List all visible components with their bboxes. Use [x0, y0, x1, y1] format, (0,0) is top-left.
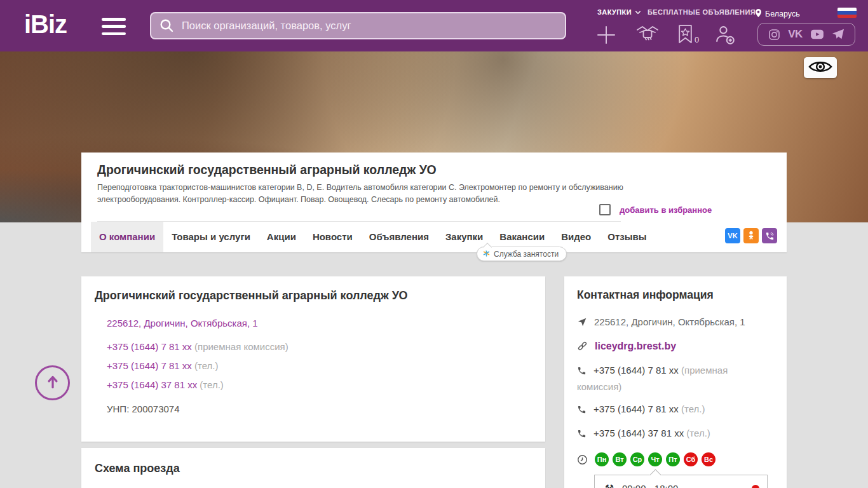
vk-icon[interactable]: VK [725, 228, 740, 243]
tab-news[interactable]: Новости [304, 222, 361, 252]
phone-note: (тел.) [200, 379, 223, 390]
company-title: Дрогичинский государственный аграрный ко… [97, 163, 437, 177]
company-info-card: Дрогичинский государственный аграрный ко… [81, 276, 545, 442]
contact-phone-number[interactable]: +375 (1644) 37 81 xx [593, 428, 684, 438]
day-friday[interactable]: Пт [666, 452, 680, 466]
company-tabs: О компании Товары и услуги Акции Новости… [91, 222, 655, 252]
company-social-buttons: VK [725, 228, 777, 243]
tab-about[interactable]: О компании [91, 222, 163, 252]
employment-service-badge: Служба занятости [477, 247, 567, 261]
phone-icon [577, 365, 587, 379]
language-flag-russia[interactable] [837, 8, 857, 18]
contact-phone-row: +375 (1644) 37 81 xx (тел.) [577, 426, 774, 442]
info-card-title: Дрогичинский государственный аграрный ко… [95, 289, 532, 302]
vk-icon[interactable]: VK [788, 28, 803, 41]
bookmark-star-icon[interactable] [677, 24, 693, 44]
contact-phone-row: +375 (1644) 7 81 xx (приемная комиссия) [577, 363, 774, 394]
handshake-icon[interactable] [635, 24, 660, 46]
favorites-count: 0 [695, 35, 699, 44]
menu-hamburger-icon[interactable] [102, 18, 126, 35]
map-card-title: Схема проезда [95, 462, 532, 475]
unp-number: УНП: 200073074 [107, 403, 532, 414]
address-link[interactable]: 225612, Дрогичин, Октябрьская, 1 [107, 318, 258, 329]
contact-address: 225612, Дрогичин, Октябрьская, 1 [594, 316, 745, 327]
accessibility-eye-button[interactable] [804, 57, 837, 78]
plus-icon[interactable] [596, 25, 616, 45]
day-monday[interactable]: Пн [595, 452, 609, 466]
person-add-icon[interactable] [714, 24, 735, 45]
search-icon [159, 18, 174, 33]
company-header-card: Дрогичинский государственный аграрный ко… [81, 152, 787, 252]
header-social-links: VK [757, 23, 855, 46]
phone-note: (приемная комиссия) [194, 341, 288, 352]
schedule-tooltip: ⚒ 09:00 - 18:00 ☕ без обеда [594, 475, 768, 488]
page: iBiz ЗАКУПКИ БЕСПЛАТНЫЕ ОБЪЯВЛЕНИЯ Белар… [0, 0, 868, 488]
contact-phone-number[interactable]: +375 (1644) 7 81 xx [593, 403, 679, 414]
tab-promos[interactable]: Акции [259, 222, 304, 252]
phone-line: +375 (1644) 7 81 xx (приемная комиссия) [107, 341, 532, 352]
map-card: Схема проезда [81, 448, 545, 488]
search-input[interactable] [150, 12, 566, 39]
closed-now-indicator [752, 485, 759, 488]
phone-number[interactable]: +375 (1644) 7 81 xx [107, 341, 192, 352]
header: iBiz ЗАКУПКИ БЕСПЛАТНЫЕ ОБЪЯВЛЕНИЯ Белар… [0, 0, 868, 51]
tab-ads[interactable]: Объявления [361, 222, 437, 252]
website-link[interactable]: liceydrg.brest.by [595, 341, 676, 351]
eye-icon [808, 60, 832, 76]
phone-line: +375 (1644) 37 81 xx (тел.) [107, 379, 532, 390]
chevron-down-icon [635, 8, 641, 16]
add-favorite-checkbox[interactable] [599, 204, 611, 215]
logo[interactable]: iBiz [24, 10, 67, 39]
contact-website-row: liceydrg.brest.by [577, 339, 774, 355]
arrow-up-icon [44, 374, 61, 393]
contact-info-card: Контактная информация 225612, Дрогичин, … [564, 276, 787, 488]
working-days-row: Пн Вт Ср Чт Пт Сб Вс [577, 452, 774, 466]
clock-icon [577, 454, 588, 465]
location-pin-icon [755, 8, 762, 20]
tab-reviews[interactable]: Отзывы [599, 222, 654, 252]
phone-number[interactable]: +375 (1644) 7 81 xx [107, 360, 192, 371]
telegram-icon[interactable] [832, 29, 844, 40]
odnoklassniki-icon[interactable] [743, 228, 759, 243]
nav-free-ads[interactable]: БЕСПЛАТНЫЕ ОБЪЯВЛЕНИЯ [648, 8, 756, 16]
tools-icon: ⚒ [602, 482, 616, 488]
scroll-to-top-button[interactable] [35, 365, 70, 400]
region-selector[interactable]: Беларусь [755, 8, 800, 20]
day-wednesday[interactable]: Ср [630, 452, 644, 466]
contact-card-title: Контактная информация [577, 288, 774, 302]
instagram-icon[interactable] [768, 29, 780, 41]
day-tuesday[interactable]: Вт [613, 452, 627, 466]
phone-number[interactable]: +375 (1644) 37 81 xx [107, 379, 197, 390]
add-favorite-label[interactable]: добавить в избранное [620, 205, 712, 215]
employment-asterisk-icon [483, 250, 490, 259]
schedule-hours-row: ⚒ 09:00 - 18:00 [602, 482, 759, 488]
phone-icon [577, 403, 587, 418]
phone-line: +375 (1644) 7 81 xx (тел.) [107, 360, 532, 371]
link-icon [577, 341, 588, 355]
contact-phone-number[interactable]: +375 (1644) 7 81 xx [593, 365, 679, 376]
day-sunday[interactable]: Вс [702, 452, 715, 466]
phone-note: (тел.) [194, 360, 218, 371]
tab-products[interactable]: Товары и услуги [163, 222, 259, 252]
location-arrow-icon [577, 316, 587, 331]
contact-address-row: 225612, Дрогичин, Октябрьская, 1 [577, 315, 774, 331]
nav-procurement[interactable]: ЗАКУПКИ [597, 8, 641, 16]
phone-icon [577, 428, 587, 442]
search-bar [150, 12, 566, 39]
day-saturday[interactable]: Сб [684, 452, 698, 466]
company-description: Переподготовка трактористов-машинистов к… [97, 182, 637, 205]
youtube-icon[interactable] [810, 29, 824, 40]
viber-icon[interactable] [762, 228, 777, 243]
contact-phone-row: +375 (1644) 7 81 xx (тел.) [577, 402, 774, 418]
day-thursday[interactable]: Чт [648, 452, 662, 466]
schedule-hours: 09:00 - 18:00 [622, 483, 678, 488]
